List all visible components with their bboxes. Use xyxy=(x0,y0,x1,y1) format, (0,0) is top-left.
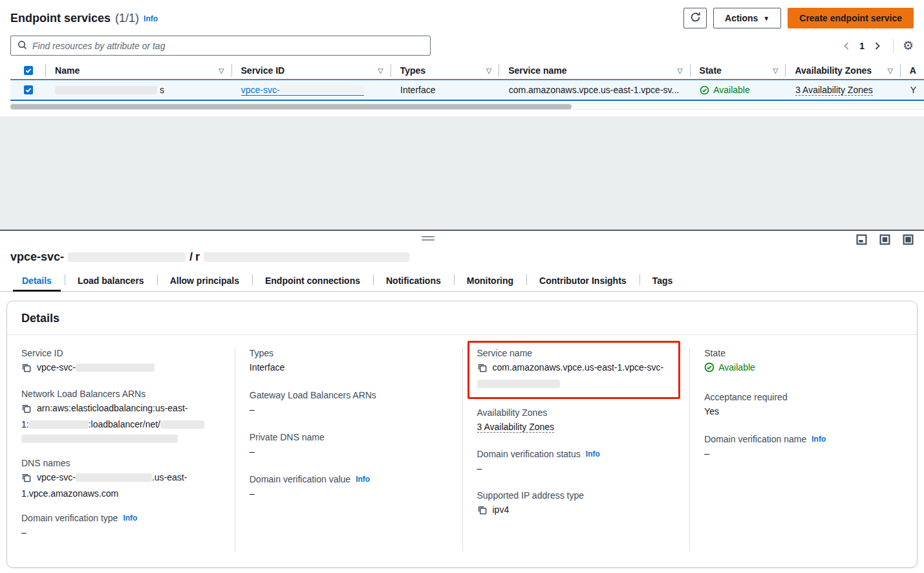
row-service-name-cell: com.amazonaws.vpce.us-east-1.vpce-sv... xyxy=(500,80,691,100)
redacted-service-name-tail xyxy=(477,380,560,388)
column-header-name[interactable]: Name▽ xyxy=(46,62,231,79)
title-info-link[interactable]: Info xyxy=(144,14,158,23)
chevron-left-icon xyxy=(843,41,850,50)
column-header-state[interactable]: State▽ xyxy=(691,62,786,79)
field-dns-names: DNS names vpce-svc-.us-east- 1.vpce.amaz… xyxy=(21,458,220,501)
table-row[interactable]: s vpce-svc- Interface com.amazonaws.vpce… xyxy=(10,80,924,101)
chevron-down-icon: ▼ xyxy=(763,15,769,22)
field-domain-verification-status: Domain verification statusInfo – xyxy=(477,449,676,475)
filter-icon[interactable]: ▽ xyxy=(887,67,892,75)
select-all-checkbox[interactable] xyxy=(24,66,33,75)
panel-position-full-icon[interactable] xyxy=(903,234,914,245)
row-checkbox[interactable] xyxy=(24,85,33,94)
search-box[interactable] xyxy=(10,36,431,56)
redacted-title-name xyxy=(204,252,409,262)
field-acceptance-required: Acceptance required Yes xyxy=(704,392,903,418)
panel-position-bottom-icon[interactable] xyxy=(856,234,867,245)
column-header-service-name[interactable]: Service name▽ xyxy=(499,62,690,79)
field-types: Types Interface xyxy=(250,348,448,374)
redacted-title-id xyxy=(68,252,186,262)
table-header-row: Name▽ Service ID▽ Types▽ Service name▽ S… xyxy=(10,62,924,80)
copy-icon[interactable] xyxy=(21,403,31,417)
table-preferences-gear-icon[interactable]: ⚙ xyxy=(903,39,914,52)
field-domain-verification-value: Domain verification valueInfo – xyxy=(250,474,448,501)
scrollbar-thumb[interactable] xyxy=(10,104,572,109)
field-service-id: Service ID vpce-svc- xyxy=(21,348,220,376)
field-domain-verification-type: Domain verification typeInfo – xyxy=(21,513,220,539)
filter-icon[interactable]: ▽ xyxy=(486,67,491,75)
availability-zones-popover[interactable]: 3 Availability Zones xyxy=(477,422,555,433)
actions-button-label: Actions xyxy=(725,13,758,23)
check-icon xyxy=(25,87,32,93)
current-page[interactable]: 1 xyxy=(857,41,867,51)
row-az-cell: 3 Availability Zones xyxy=(786,80,901,100)
create-endpoint-service-button[interactable]: Create endpoint service xyxy=(788,8,914,28)
info-link[interactable]: Info xyxy=(356,475,370,484)
refresh-icon xyxy=(690,12,701,25)
page-title-group: Endpoint services (1/1) Info xyxy=(10,12,158,25)
tab-load-balancers[interactable]: Load balancers xyxy=(65,270,157,291)
column-header-truncated[interactable]: A xyxy=(901,62,924,79)
filter-icon[interactable]: ▽ xyxy=(219,67,224,75)
redacted-service-id-value xyxy=(76,363,155,372)
details-card: Details Service ID vpce-svc- Network Loa… xyxy=(6,301,918,568)
split-panel-title: vpce-svc- / r xyxy=(0,249,924,270)
split-panel-tabs: Details Load balancers Allow principals … xyxy=(0,270,924,292)
prev-page-button[interactable] xyxy=(840,39,853,53)
details-column-3: Service name com.amazonaws.vpce.us-east-… xyxy=(462,348,690,552)
filter-icon[interactable]: ▽ xyxy=(378,67,383,75)
tab-contributor-insights[interactable]: Contributor Insights xyxy=(526,270,639,291)
next-page-button[interactable] xyxy=(871,39,884,53)
service-name-highlight-box: Service name com.amazonaws.vpce.us-east-… xyxy=(467,341,681,399)
check-circle-icon xyxy=(700,85,709,95)
tab-allow-principals[interactable]: Allow principals xyxy=(157,270,252,291)
info-link[interactable]: Info xyxy=(123,514,137,523)
row-state-cell: Available xyxy=(691,80,786,100)
column-header-availability-zones[interactable]: Availability Zones▽ xyxy=(786,62,900,79)
copy-icon[interactable] xyxy=(21,472,31,486)
filter-row: 1 ⚙ xyxy=(10,36,914,56)
info-link[interactable]: Info xyxy=(586,449,600,459)
actions-button[interactable]: Actions ▼ xyxy=(713,8,781,28)
search-icon xyxy=(17,40,27,52)
resize-drag-handle-icon[interactable] xyxy=(422,236,435,243)
resource-count: (1/1) xyxy=(115,12,139,25)
copy-icon[interactable] xyxy=(21,362,31,376)
field-nlb-arns: Network Load Balancers ARNs arn:aws:elas… xyxy=(21,389,220,446)
field-service-name: Service name com.amazonaws.vpce.us-east-… xyxy=(477,348,672,391)
tab-monitoring[interactable]: Monitoring xyxy=(454,270,526,291)
row-select-cell xyxy=(10,80,46,100)
tab-tags[interactable]: Tags xyxy=(639,270,686,291)
redacted-dns-id xyxy=(76,473,152,482)
redacted-service-id xyxy=(280,85,364,94)
column-header-types[interactable]: Types▽ xyxy=(391,62,500,79)
tab-notifications[interactable]: Notifications xyxy=(373,270,454,291)
endpoint-services-panel: Endpoint services (1/1) Info Actions ▼ C… xyxy=(0,0,924,116)
panel-position-side-icon[interactable] xyxy=(879,234,890,245)
field-glb-arns: Gateway Load Balancers ARNs – xyxy=(250,390,448,416)
copy-icon[interactable] xyxy=(477,362,487,376)
field-domain-verification-name: Domain verification nameInfo – xyxy=(704,434,903,460)
horizontal-scrollbar[interactable] xyxy=(10,103,924,110)
redacted-arn-tail xyxy=(21,435,178,443)
check-icon xyxy=(25,67,32,74)
tab-endpoint-connections[interactable]: Endpoint connections xyxy=(252,270,373,291)
column-header-service-id[interactable]: Service ID▽ xyxy=(232,62,391,79)
copy-icon[interactable] xyxy=(477,504,487,519)
state-badge: Available xyxy=(700,85,750,95)
field-state: State Available xyxy=(704,348,903,376)
details-card-header: Details xyxy=(7,301,917,335)
filter-icon[interactable]: ▽ xyxy=(773,67,778,75)
search-input[interactable] xyxy=(32,41,424,51)
select-all-cell xyxy=(10,62,46,79)
field-availability-zones: Availability Zones 3 Availability Zones xyxy=(477,407,676,434)
service-id-link[interactable]: vpce-svc- xyxy=(241,85,364,96)
info-link[interactable]: Info xyxy=(811,435,826,444)
tab-details[interactable]: Details xyxy=(9,270,65,291)
refresh-button[interactable] xyxy=(683,8,707,28)
filter-icon[interactable]: ▽ xyxy=(677,67,682,75)
page-title: Endpoint services xyxy=(10,12,111,25)
row-service-id-cell: vpce-svc- xyxy=(232,80,391,100)
field-private-dns: Private DNS name – xyxy=(250,432,448,459)
availability-zones-popover[interactable]: 3 Availability Zones xyxy=(795,85,873,96)
